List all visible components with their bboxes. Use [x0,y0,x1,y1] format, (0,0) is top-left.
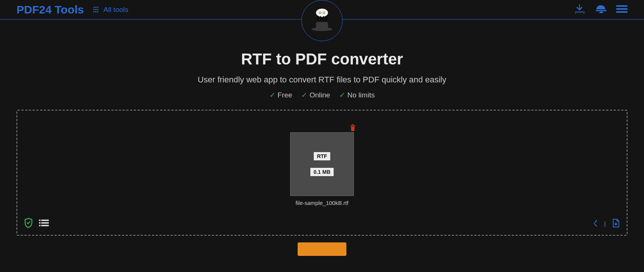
svg-rect-1 [616,8,627,10]
feature-badges: ✓Free ✓Online ✓No limits [0,91,644,99]
svg-rect-0 [616,5,627,7]
helmet-icon[interactable] [595,4,606,15]
list-view-icon[interactable] [39,219,49,228]
hat-icon [311,22,333,33]
page-subtitle: User friendly web app to convert RTF fil… [0,75,644,85]
sheep-icon [314,8,330,21]
badge-nolimits: ✓No limits [339,91,375,99]
svg-rect-10 [41,225,49,226]
header: PDF24 Tools All tools [0,0,644,19]
menu-icon[interactable] [616,4,627,15]
page-title: RTF to PDF converter [0,50,644,68]
trash-icon[interactable] [349,124,356,133]
svg-rect-3 [352,127,352,130]
shield-icon[interactable] [24,218,33,230]
badge-free: ✓Free [269,91,292,99]
file-name: file-sample_100kB.rtf [290,200,354,206]
svg-rect-4 [353,127,354,130]
svg-rect-5 [39,220,41,221]
file-type-chip: RTF [314,152,330,160]
svg-rect-2 [616,11,627,13]
chevron-left-icon[interactable] [593,220,598,229]
mascot-logo [301,0,343,41]
separator: | [604,221,606,227]
add-file-icon[interactable] [612,218,620,230]
badge-online: ✓Online [301,91,330,99]
file-dropzone[interactable]: RTF 0.1 MB file-sample_100kB.rtf | [17,110,627,236]
file-thumbnail[interactable]: RTF 0.1 MB [290,132,354,196]
svg-rect-6 [41,220,49,221]
all-tools-link[interactable]: All tools [93,6,128,14]
svg-rect-7 [39,222,41,224]
grid-icon [93,7,99,13]
file-size-chip: 0.1 MB [310,168,333,176]
svg-rect-9 [39,225,41,226]
brand-logo[interactable]: PDF24 Tools [17,3,84,16]
svg-rect-8 [41,222,49,224]
file-item[interactable]: RTF 0.1 MB file-sample_100kB.rtf [290,124,354,206]
download-icon[interactable] [574,4,585,15]
convert-button[interactable]: Convert [298,242,346,256]
all-tools-label: All tools [103,6,128,14]
